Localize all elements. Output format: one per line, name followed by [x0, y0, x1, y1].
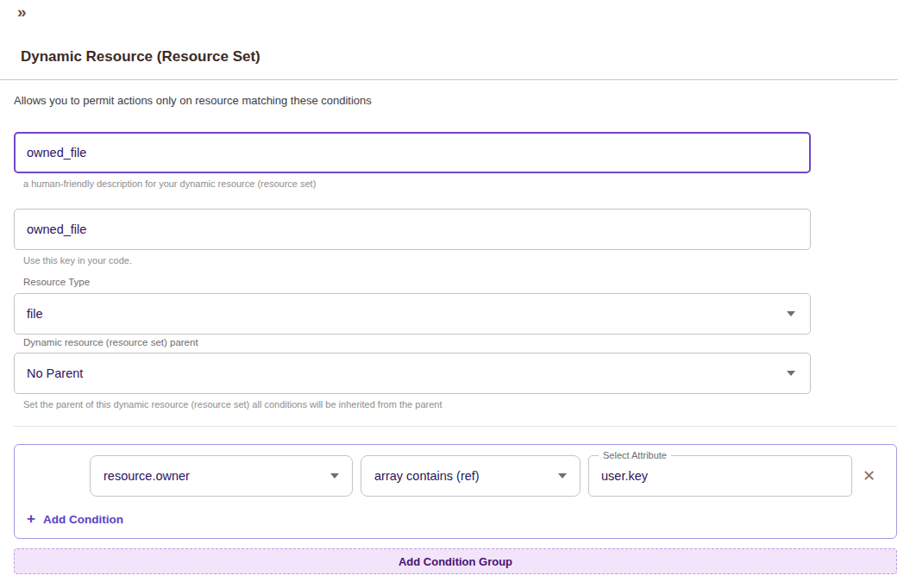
- key-input[interactable]: [14, 209, 811, 250]
- condition-attribute-select[interactable]: resource.owner: [90, 455, 353, 497]
- plus-icon: +: [27, 511, 35, 527]
- collapse-panel-icon[interactable]: »: [17, 2, 26, 22]
- key-helper-text: Use this key in your code.: [23, 255, 132, 266]
- title-divider: [0, 79, 898, 80]
- condition-group: resource.owner array contains (ref) Sele…: [14, 444, 897, 539]
- resource-type-label: Resource Type: [23, 277, 90, 287]
- add-condition-group-button[interactable]: Add Condition Group: [14, 548, 897, 574]
- chevron-down-icon: [787, 371, 795, 376]
- condition-attribute-value: resource.owner: [104, 469, 190, 483]
- resource-type-select[interactable]: file: [14, 293, 811, 335]
- remove-condition-icon[interactable]: ✕: [863, 466, 875, 486]
- page-subtitle: Allows you to permit actions only on res…: [14, 94, 372, 107]
- condition-value-field: Select Attribute: [588, 455, 852, 497]
- parent-value: No Parent: [27, 366, 83, 380]
- condition-value-input[interactable]: [589, 456, 851, 496]
- condition-operator-select[interactable]: array contains (ref): [361, 455, 581, 497]
- chevron-down-icon: [330, 473, 339, 479]
- section-divider: [14, 426, 897, 427]
- chevron-down-icon: [558, 473, 567, 479]
- parent-helper-text: Set the parent of this dynamic resource …: [23, 399, 442, 410]
- add-condition-label: Add Condition: [43, 513, 123, 526]
- description-input[interactable]: [14, 132, 811, 173]
- page-title: Dynamic Resource (Resource Set): [21, 48, 260, 66]
- resource-type-value: file: [27, 307, 43, 321]
- chevron-down-icon: [787, 311, 795, 316]
- condition-operator-value: array contains (ref): [374, 469, 480, 483]
- parent-select[interactable]: No Parent: [14, 353, 811, 394]
- add-condition-button[interactable]: + Add Condition: [27, 511, 123, 527]
- parent-label: Dynamic resource (resource set) parent: [23, 337, 198, 347]
- description-helper-text: a human-friendly description for your dy…: [23, 178, 316, 189]
- condition-value-label: Select Attribute: [599, 450, 671, 461]
